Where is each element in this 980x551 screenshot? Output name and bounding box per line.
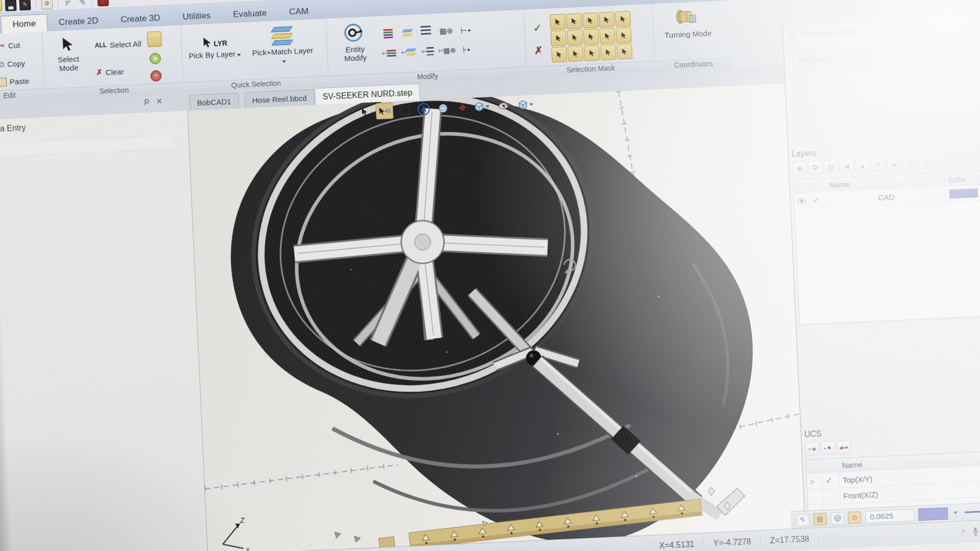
mask-points-button[interactable] [583,29,599,44]
add-layer-icon[interactable]: ⊕ [792,161,807,175]
vt-view-cube-icon[interactable] [473,98,490,114]
measure-property-section[interactable]: Property [792,44,980,69]
delete-ucs-icon[interactable]: ▰▰ [837,440,851,454]
copy-layer-icon[interactable]: ⧉ [808,161,823,174]
layers-col-color[interactable]: Color [945,171,980,186]
layer-tool-8-icon[interactable]: ▧ [902,156,917,170]
modify-pattern-arrow-icon[interactable]: ↩▦⊕ [440,44,453,57]
modify-dimension-icon[interactable]: ⊢• [459,24,472,37]
modify-layers-icon[interactable] [401,27,414,39]
mask-angle-button[interactable] [584,45,600,61]
select-mode-button[interactable]: Select Mode [46,33,91,89]
depth-mode-icon[interactable] [830,512,844,524]
microphone-icon[interactable] [972,527,979,537]
data-entry-title: Data Entry [0,123,26,134]
modify-attributes-icon[interactable] [382,28,395,40]
tray-chevron-icon[interactable]: ^ [962,528,966,536]
viewport-triad: Z X [222,516,251,551]
tab-evaluate[interactable]: Evaluate [222,4,279,23]
layer-tool-9-icon[interactable]: ▨ [918,156,933,169]
vt-shading-cube-icon[interactable] [517,96,534,112]
color-swatch[interactable] [918,507,948,521]
edit-layers-icon[interactable]: ▤ [824,160,839,173]
pick-match-layer-button[interactable]: Pick+Match Layer [246,22,319,79]
delete-layer-icon[interactable]: ▰ [887,157,901,171]
save-icon[interactable] [5,0,17,11]
modify-pattern-icon[interactable]: ▦⊕ [440,24,453,37]
tab-create-2d[interactable]: Create 2D [47,12,110,31]
layer-active-check-icon[interactable]: ✓ [813,195,820,206]
app-gem-icon[interactable] [97,0,109,6]
mask-spline-button[interactable] [615,11,631,27]
mask-circle-button[interactable] [582,12,598,28]
measure-close-icon[interactable]: ✕ [788,30,795,40]
mask-accept-icon[interactable]: ✓ [533,22,542,35]
doc-tab-bobcad1[interactable]: BobCAD1 [189,92,239,110]
modify-attributes-arrow-icon[interactable]: ↩ [383,46,396,59]
data-entry-field[interactable] [0,135,174,157]
vt-hide-entity-icon[interactable]: ⃠ [493,97,514,114]
entity-modify-button[interactable]: Entity Modify [330,19,380,76]
pin-icon[interactable]: ⚲ [141,96,151,107]
turning-mode-icon [674,7,701,28]
vt-zoom-text-icon[interactable]: A [415,101,432,117]
mask-label-button[interactable] [617,43,632,59]
modify-layers-arrow-icon[interactable]: ↩ [402,46,415,59]
dropdown-caret [485,105,489,108]
paste-button[interactable]: Paste [0,76,32,88]
cut-button[interactable]: ✂Cut [0,38,30,53]
modify-list-icon[interactable] [421,26,431,35]
tab-home[interactable]: Home [1,14,48,33]
layer-visible-eye-icon[interactable] [797,197,806,205]
pick-by-layer-button[interactable]: LYR Pick By Layer [185,26,245,82]
snap-mode-icon[interactable]: ⊙ [848,511,862,523]
layers-empty-area[interactable] [795,199,980,324]
copy-button[interactable]: ⧉Copy [0,58,31,70]
modify-list-arrow-icon[interactable]: ↩ [422,45,434,58]
mask-arc-button[interactable] [599,12,615,28]
mask-line-button[interactable] [566,13,582,29]
add-selection-icon[interactable]: + [150,53,161,64]
move-up-icon[interactable]: ▲ [855,159,870,172]
move-down-icon[interactable]: ▼ [871,158,886,171]
remove-selection-icon[interactable]: − [150,70,162,82]
new-ucs-icon[interactable]: ⌐◆ [805,442,820,456]
vt-select-cursor-icon[interactable] [356,104,373,120]
mask-wire-button[interactable] [616,27,631,43]
line-style-sample[interactable] [965,510,980,513]
clear-selection-button[interactable]: ✗Clear [94,65,145,78]
open-folder-icon[interactable] [0,0,3,12]
mask-arc2-button[interactable] [568,46,583,62]
mask-node-button[interactable] [600,44,616,60]
mask-reject-icon[interactable]: ✗ [534,44,543,57]
select-ucs-icon[interactable]: ⌐ [821,441,836,455]
vt-pan-icon[interactable]: ✥ [454,99,471,115]
tab-cam[interactable]: CAM [278,2,320,21]
mask-solid-button[interactable] [550,30,566,46]
mask-text-button[interactable] [567,30,582,45]
selection-filter-icon[interactable] [147,31,162,47]
vt-window-select-icon[interactable] [396,102,413,118]
modify-trim-icon[interactable]: ⊦• [460,43,473,56]
tab-utilities[interactable]: Utilities [171,7,222,26]
mask-point-button[interactable] [550,14,566,30]
mask-surface-button[interactable] [599,28,615,44]
close-panel-icon[interactable]: ✕ [156,96,163,106]
dropdown-caret[interactable] [953,511,958,514]
mask-dimension-button[interactable] [551,46,567,62]
vt-orbit-icon[interactable] [435,101,452,116]
increment-field[interactable]: 0.0625 [865,509,915,523]
save-as-icon[interactable]: ✎ [19,0,31,10]
plane-mode-icon[interactable]: ▤ [813,513,827,525]
vt-dynamic-select-icon[interactable]: 45 [376,103,394,120]
undo-icon[interactable]: ◤ [63,0,74,8]
viewport-3d[interactable]: Z X 45 A ✥ ⃠ [188,84,804,551]
select-all-button[interactable]: ALLSelect All [92,38,143,51]
redo-icon[interactable]: ◥ [77,0,87,7]
turning-mode-button[interactable]: Turning Mode [657,4,720,61]
clipboard-options-icon[interactable]: ⚙ [41,0,53,9]
layer-color-cell[interactable] [946,185,980,202]
tab-create-3d[interactable]: Create 3D [109,9,172,28]
sketch-mode-icon[interactable]: ✎ [796,513,810,526]
move-left-icon[interactable]: ◀ [840,159,854,173]
